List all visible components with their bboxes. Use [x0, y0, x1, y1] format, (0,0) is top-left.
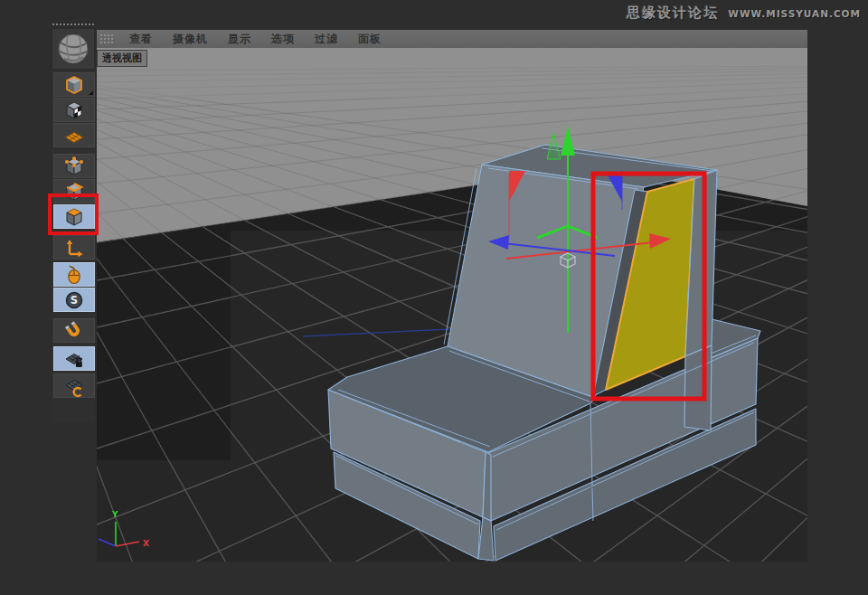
perspective-viewport[interactable]: 透视视图 Y X Z — [97, 48, 807, 562]
menu-cameras[interactable]: 摄像机 — [173, 32, 208, 47]
viewport-solo-mouse-icon — [63, 264, 85, 286]
viewport-canvas[interactable]: Y X Z — [97, 48, 807, 562]
magnet-tool-button[interactable] — [53, 318, 95, 343]
planar-workplane-button[interactable] — [53, 373, 95, 398]
model-mode-icon — [63, 99, 85, 121]
menu-options[interactable]: 选项 — [271, 32, 295, 47]
menu-filter[interactable]: 过滤 — [315, 32, 338, 47]
menu-display[interactable]: 显示 — [228, 32, 251, 47]
points-mode-icon — [63, 156, 85, 177]
globe-logo-icon — [52, 29, 94, 69]
snap-settings-button[interactable]: S — [53, 288, 95, 312]
snap-s-icon: S — [63, 289, 85, 311]
axis-x-label: X — [143, 539, 149, 548]
magnet-icon — [63, 320, 85, 342]
planar-workplane-icon — [63, 375, 85, 397]
horizon-fade — [97, 48, 807, 98]
workplane-lock-icon — [63, 348, 85, 370]
model-mode-button[interactable] — [53, 98, 95, 122]
texture-mode-icon — [63, 125, 85, 146]
watermark: 思缘设计论坛 WWW.MISSYUAN.COM — [627, 5, 861, 22]
polygons-mode-icon — [63, 206, 85, 228]
edges-mode-icon — [63, 181, 85, 203]
mode-toolbar: S — [52, 70, 95, 422]
gizmo-y-arrowhead — [561, 126, 575, 156]
edges-mode-button[interactable] — [53, 179, 95, 203]
make-editable-icon — [63, 74, 85, 96]
flyout-corner-icon — [89, 90, 93, 95]
enable-axis-button[interactable] — [53, 235, 95, 260]
texture-mode-button[interactable] — [53, 123, 95, 147]
app-logo — [52, 28, 95, 70]
watermark-site-url: WWW.MISSYUAN.COM — [728, 8, 861, 19]
viewport-label[interactable]: 透视视图 — [97, 50, 147, 67]
menu-panel[interactable]: 面板 — [358, 32, 382, 47]
palette-grip-handle[interactable] — [52, 23, 95, 27]
make-editable-button[interactable] — [53, 72, 95, 97]
axis-y-label: Y — [111, 510, 118, 519]
enable-axis-icon — [63, 237, 85, 259]
svg-text:S: S — [71, 294, 78, 307]
workplane-lock-button[interactable] — [53, 346, 95, 371]
menu-view[interactable]: 查看 — [129, 32, 153, 47]
app-window: { "watermark": { "site_name": "思缘设计论坛", … — [0, 0, 868, 595]
watermark-site-name: 思缘设计论坛 — [627, 5, 719, 22]
viewport-solo-button[interactable] — [53, 262, 95, 287]
polygons-mode-button[interactable] — [53, 204, 95, 229]
menu-grip-icon[interactable] — [99, 33, 114, 44]
backrest-right-low[interactable] — [684, 345, 712, 430]
points-mode-button[interactable] — [53, 154, 95, 178]
viewport-menubar: 查看 摄像机 显示 选项 过滤 面板 — [97, 30, 807, 48]
